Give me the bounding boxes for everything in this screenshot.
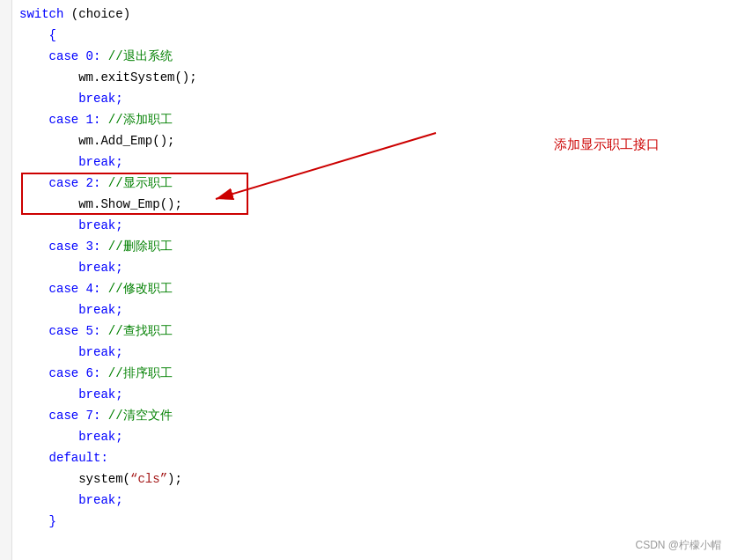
code-line: case 2: //显示职工 — [19, 173, 723, 194]
code-line: system(“cls”); — [19, 468, 723, 490]
code-line: break; — [19, 342, 723, 363]
code-line: break; — [19, 257, 723, 278]
code-line: wm.Show_Emp(); — [19, 194, 723, 215]
code-line: break; — [19, 215, 723, 236]
annotation-text: 添加显示职工接口 — [554, 136, 660, 153]
code-line: break; — [19, 299, 723, 321]
code-line: break; — [19, 88, 723, 109]
code-line: default: — [19, 447, 723, 468]
code-line: { — [19, 25, 723, 46]
code-line: } — [19, 511, 723, 532]
code-line: break; — [19, 151, 723, 173]
code-line: case 0: //退出系统 — [19, 46, 723, 67]
code-line: case 3: //删除职工 — [19, 236, 723, 257]
code-line: break; — [19, 490, 723, 511]
code-line: wm.exitSystem(); — [19, 67, 723, 88]
code-editor: switch (choice) { case 0: //退出系统 wm.exit… — [12, 0, 730, 560]
code-line: case 1: //添加职工 — [19, 109, 723, 130]
code-line: switch (choice) — [19, 4, 723, 25]
code-line: case 7: //清空文件 — [19, 405, 723, 426]
code-line: break; — [19, 426, 723, 447]
code-line: case 6: //排序职工 — [19, 363, 723, 384]
code-line: break; — [19, 384, 723, 405]
code-line: case 4: //修改职工 — [19, 278, 723, 299]
line-number-gutter — [0, 0, 12, 560]
watermark: CSDN @柠檬小帽 — [635, 538, 721, 553]
code-line: case 5: //查找职工 — [19, 321, 723, 342]
